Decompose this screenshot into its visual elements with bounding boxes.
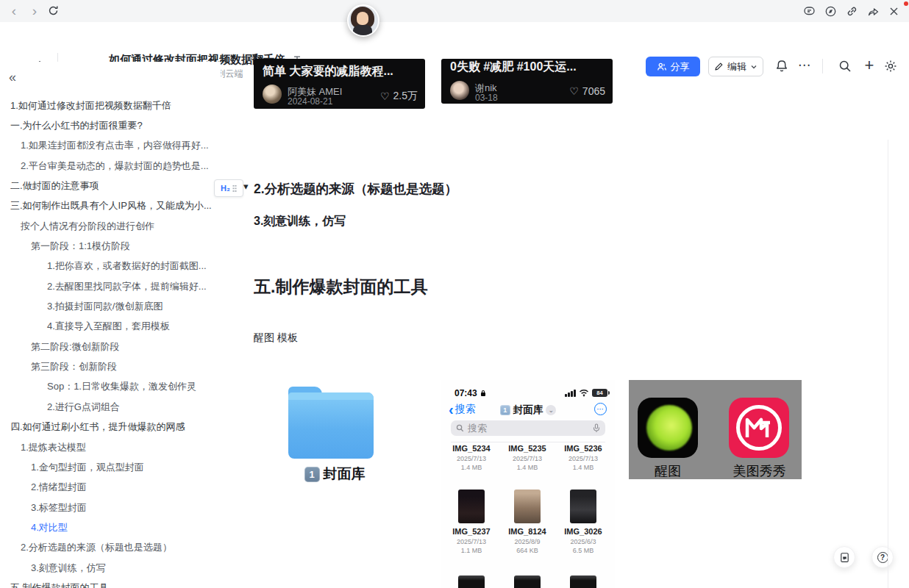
heading-block-handle[interactable]: H₂ xyxy=(214,179,243,197)
forward-button[interactable]: › xyxy=(26,1,43,21)
back-button[interactable]: ‹ xyxy=(6,1,22,21)
file-item: IMG_52342025/7/131.4 MB xyxy=(443,444,499,471)
bell-icon[interactable] xyxy=(774,59,789,74)
heading-collapse-triangle[interactable]: ▾ xyxy=(243,181,249,192)
more-icon[interactable]: ⋯ xyxy=(798,57,811,73)
people-icon xyxy=(657,62,667,72)
apps-screenshot-image[interactable]: 醒图 美图秀秀 xyxy=(629,380,802,479)
doc-heading-2[interactable]: 2.分析选题的来源（标题也是选题） xyxy=(254,180,457,198)
phone-more-button: ⋯ xyxy=(594,403,607,415)
scrollbar-track[interactable] xyxy=(888,140,888,588)
toc-item[interactable]: 2.情绪型封面 xyxy=(0,478,221,498)
phone-nav-title: 1 封面库 ⌄ xyxy=(441,404,615,417)
photo-thumbnail xyxy=(570,490,596,523)
folder-icon-body xyxy=(288,392,374,459)
phone-screenshot-image[interactable]: 07:43 84 ‹ 搜索 1 封面库 ⌄ ⋯ 搜索 IMG_52342025/… xyxy=(441,380,615,588)
toc-item-active[interactable]: 4.对比型 xyxy=(0,517,221,537)
toc-item[interactable]: 二.做封面的注意事项 xyxy=(0,176,221,196)
settings-gear-icon[interactable] xyxy=(883,59,898,74)
signal-icon xyxy=(565,390,576,397)
toc-item[interactable]: 一.为什么小红书的封面很重要? xyxy=(0,115,221,135)
browser-topbar: ‹ › xyxy=(0,0,909,23)
user-avatar[interactable] xyxy=(347,4,379,37)
card-like-count: 7065 xyxy=(582,85,605,97)
toc-item[interactable]: 1.如果连封面都没有点击率，内容做得再好... xyxy=(0,136,221,156)
new-doc-icon[interactable]: + xyxy=(860,56,878,71)
toc-item[interactable]: Sop：1.日常收集爆款，激发创作灵 xyxy=(0,377,221,397)
note-card-image[interactable]: 简单 大家要的减脂教程... 阿美妹 AMEI 2024-08-21 ♡ 2.5… xyxy=(254,59,425,109)
folder-image[interactable]: 1 封面库 xyxy=(272,381,397,487)
copy-link-icon[interactable] xyxy=(846,5,858,18)
toc-item[interactable]: 4.直接导入至醒图，套用模板 xyxy=(0,317,221,337)
doc-header: 如何通过修改封面把视频数据翻千倍 2 我的课程 | 2026 已经保存到云端 分… xyxy=(0,22,909,62)
doc-section-title[interactable]: 五.制作爆款封面的工具 xyxy=(254,276,427,298)
title-chevron-icon: ⌄ xyxy=(546,405,556,415)
avatar-body xyxy=(353,25,372,35)
card-title: 简单 大家要的减脂教程... xyxy=(263,64,419,79)
close-icon[interactable] xyxy=(888,5,900,18)
toc-item[interactable]: 2.分析选题的来源（标题也是选题） xyxy=(0,538,221,558)
toc-item[interactable]: 3.标签型封面 xyxy=(0,498,221,517)
question-icon: ? xyxy=(877,552,888,563)
collapse-sidebar-button[interactable]: « xyxy=(9,71,16,84)
phone-search-placeholder: 搜索 xyxy=(468,422,589,435)
edit-button[interactable]: 编辑 xyxy=(708,57,763,76)
feedback-icon[interactable] xyxy=(803,5,816,18)
toc-item[interactable]: 3.刻意训练，仿写 xyxy=(0,558,221,578)
compass-icon[interactable] xyxy=(824,5,837,18)
doc-paragraph[interactable]: 醒图 模板 xyxy=(254,331,298,345)
toc-item[interactable]: 2.去醒图里找同款字体，提前编辑好... xyxy=(0,276,221,296)
toc-item[interactable]: 第三阶段：创新阶段 xyxy=(0,356,221,376)
file-item: IMG_81242025/8/9664 KB xyxy=(499,527,555,554)
toc-item[interactable]: 2.进行G点词组合 xyxy=(0,397,221,417)
toc-item[interactable]: 2.平台审美是动态的，爆款封面的趋势也是... xyxy=(0,156,221,176)
toc-item[interactable]: 第一阶段：1:1模仿阶段 xyxy=(0,236,221,256)
toc-item[interactable]: 五.制作爆款封面的工具 xyxy=(0,578,221,588)
file-item: IMG_52352025/7/131.4 MB xyxy=(499,444,555,471)
heart-icon: ♡ xyxy=(569,85,579,97)
table-of-contents: 1.如何通过修改封面把视频数据翻千倍 一.为什么小红书的封面很重要? 1.如果连… xyxy=(0,96,221,588)
toc-item[interactable]: 1.金句型封面，观点型封面 xyxy=(0,457,221,477)
share-button-label: 分享 xyxy=(671,60,690,74)
doc-heading-3[interactable]: 3.刻意训练，仿写 xyxy=(254,214,346,229)
wifi-icon xyxy=(579,389,589,397)
photo-thumbnail xyxy=(458,490,485,523)
battery-icon: 84 xyxy=(592,389,607,397)
actions-divider xyxy=(822,59,823,74)
app-window: ‹ › xyxy=(0,0,909,588)
toc-item[interactable]: 3.拍摄封面同款/微创新底图 xyxy=(0,296,221,316)
toc-item[interactable]: 三.如何制作出既具有个人IP风格，又能成为小... xyxy=(0,196,221,216)
folder-label: 1 封面库 xyxy=(272,465,397,484)
keycap-1-icon: 1 xyxy=(304,467,320,482)
note-card-image[interactable]: 0失败 #减肥 #100天运... 谢nik 03-18 ♡ 7065 xyxy=(441,59,613,104)
photo-thumbnail xyxy=(458,576,485,588)
search-icon xyxy=(456,424,464,432)
help-fab-button[interactable]: ? xyxy=(871,546,894,568)
search-icon[interactable] xyxy=(838,59,852,74)
share-window-icon[interactable] xyxy=(867,5,880,18)
file-item: IMG_30262025/6/36.5 MB xyxy=(555,527,611,554)
refresh-icon[interactable] xyxy=(47,4,60,17)
toc-item[interactable]: 第二阶段:微创新阶段 xyxy=(0,337,221,356)
heading-level-tag: H₂ xyxy=(221,184,230,193)
card-title: 0失败 #减肥 #100天运... xyxy=(450,60,607,75)
toc-item[interactable]: 四.如何通过刷小红书，提升做爆款的网感 xyxy=(0,417,221,437)
drag-handle-icon xyxy=(232,184,237,192)
pencil-icon xyxy=(714,62,724,71)
card-author-avatar xyxy=(263,85,282,104)
mic-icon xyxy=(593,423,600,433)
avatar-face xyxy=(357,12,368,25)
notification-dot xyxy=(904,1,908,6)
toc-item[interactable]: 1.把你喜欢，或者数据好的封面截图... xyxy=(0,257,221,276)
toc-item[interactable]: 按个人情况有分阶段的进行创作 xyxy=(0,216,221,236)
card-author-avatar xyxy=(450,81,469,100)
toc-item[interactable]: 1.提炼表达模型 xyxy=(0,437,221,457)
toc-item[interactable]: 1.如何通过修改封面把视频数据翻千倍 xyxy=(0,96,221,115)
photo-thumbnail xyxy=(514,490,541,523)
meitu-m-logo xyxy=(744,415,774,440)
feedback-fab-button[interactable] xyxy=(833,546,855,568)
card-like-count: 2.5万 xyxy=(393,90,418,103)
app-label: 美图秀秀 xyxy=(724,462,794,480)
share-button[interactable]: 分享 xyxy=(646,57,700,76)
status-time: 07:43 xyxy=(454,388,486,398)
